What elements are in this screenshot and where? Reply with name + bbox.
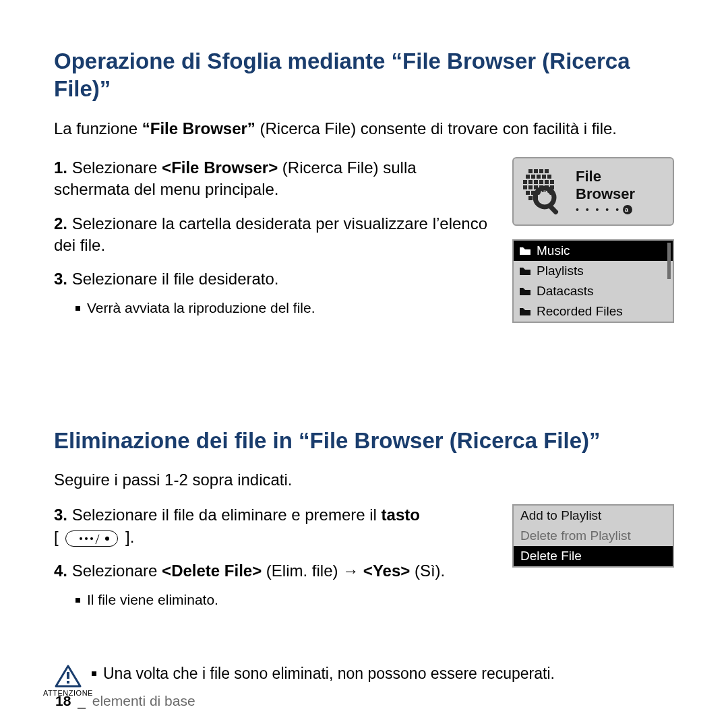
svg-rect-26: [528, 196, 533, 200]
step4-bullet-text: Il file viene eliminato.: [87, 592, 218, 608]
step4-bold2: <Yes>: [363, 562, 410, 580]
step4-post: (Sì).: [410, 562, 445, 580]
svg-point-31: [539, 191, 551, 204]
svg-rect-16: [528, 185, 533, 189]
bullet-icon: [75, 598, 80, 603]
context-menu-item[interactable]: Delete File: [514, 546, 673, 566]
step2-num: 2.: [54, 214, 67, 233]
step4-bullet: Il file viene eliminato.: [75, 592, 493, 608]
nav-dots: • • • • •: [576, 204, 621, 215]
scrollbar: [667, 243, 671, 279]
intro-post: (Ricerca File) consente di trovare con f…: [255, 119, 617, 138]
section1-intro: La funzione “File Browser” (Ricerca File…: [54, 118, 674, 140]
svg-rect-3: [545, 169, 549, 173]
svg-rect-34: [67, 681, 69, 684]
warning-text: Una volta che i file sono eliminati, non…: [103, 665, 555, 683]
folder-icon: [519, 246, 531, 255]
context-menu-item[interactable]: Delete from Playlist: [514, 526, 673, 546]
folder-label: Datacasts: [537, 284, 593, 299]
section1-title: Operazione di Sfoglia mediante “File Bro…: [54, 47, 674, 103]
step1-pre: Selezionare: [67, 158, 162, 177]
step3-text: Selezionare il file desiderato.: [67, 270, 279, 288]
intro-bold: “File Browser”: [142, 119, 255, 138]
step4-num: 4.: [54, 562, 67, 580]
svg-rect-15: [523, 185, 527, 189]
step4-bold1: <Delete File>: [162, 562, 262, 580]
folder-item[interactable]: Music: [514, 241, 673, 261]
file-browser-title: File Browser: [576, 168, 665, 203]
svg-rect-8: [547, 175, 551, 179]
intro-pre: La funzione: [54, 119, 142, 138]
file-browser-dots: • • • • • a: [576, 204, 665, 215]
menu-key-icon: [65, 530, 118, 547]
folder-icon: [519, 307, 531, 316]
folder-label: Recorded Files: [537, 304, 623, 319]
footer-section: elementi di base: [92, 693, 195, 708]
step-4: 4. Selezionare <Delete File> (Elim. file…: [54, 560, 493, 582]
svg-rect-11: [534, 180, 538, 184]
warning-icon: [55, 665, 82, 688]
step3b-pre: Selezionare il file da eliminare e preme…: [67, 506, 382, 524]
step3-bullet: Verrà avviata la riproduzione del file.: [75, 300, 493, 316]
folder-item[interactable]: Datacasts: [514, 281, 673, 301]
svg-rect-21: [526, 191, 530, 195]
bullet-icon: [75, 306, 80, 311]
folder-list: MusicPlaylistsDatacastsRecorded Files: [512, 239, 674, 323]
folder-item[interactable]: Playlists: [514, 261, 673, 281]
page-number: 18: [55, 693, 71, 708]
svg-rect-10: [528, 180, 533, 184]
svg-rect-2: [539, 169, 543, 173]
step-3b: 3. Selezionare il file da eliminare e pr…: [54, 504, 493, 548]
step1-num: 1.: [54, 158, 67, 177]
folder-label: Music: [537, 243, 570, 258]
file-browser-card: File Browser • • • • • a: [512, 157, 674, 226]
section2-intro: Seguire i passi 1‑2 sopra indicati.: [54, 469, 674, 491]
context-menu: Add to PlaylistDelete from PlaylistDelet…: [512, 504, 674, 568]
folder-label: Playlists: [537, 264, 584, 278]
step3b-close: ].: [121, 528, 134, 546]
section2-title: Eliminazione dei file in “File Browser (…: [54, 427, 674, 454]
step-3: 3. Selezionare il file desiderato.: [54, 268, 493, 290]
step3b-num: 3.: [54, 506, 67, 524]
svg-rect-4: [526, 175, 530, 179]
step4-pre: Selezionare: [67, 562, 162, 580]
svg-rect-0: [528, 169, 533, 173]
svg-rect-7: [542, 175, 546, 179]
svg-rect-13: [545, 180, 549, 184]
page-footer: 18 _ elementi di base: [55, 693, 195, 709]
nav-badge-icon: a: [623, 205, 632, 214]
step3b-bold: tasto: [382, 506, 420, 524]
folder-icon: [519, 286, 531, 296]
svg-rect-9: [523, 180, 527, 184]
step4-mid: (Elim. file) →: [262, 562, 363, 580]
bullet-icon: [92, 671, 96, 676]
step3-num: 3.: [54, 270, 67, 288]
svg-rect-33: [67, 672, 69, 679]
step3b-open: [: [54, 528, 63, 546]
svg-rect-12: [539, 180, 543, 184]
context-menu-item[interactable]: Add to Playlist: [514, 506, 673, 526]
svg-rect-14: [550, 180, 554, 184]
step2-text: Selezionare la cartella desiderata per v…: [54, 214, 487, 254]
step3-bullet-text: Verrà avviata la riproduzione del file.: [87, 300, 315, 316]
step-1: 1. Selezionare <File Browser> (Ricerca F…: [54, 157, 493, 201]
step-2: 2. Selezionare la cartella desiderata pe…: [54, 213, 493, 257]
svg-rect-6: [537, 175, 541, 179]
folder-item[interactable]: Recorded Files: [514, 301, 673, 322]
svg-rect-5: [531, 175, 535, 179]
svg-rect-1: [534, 169, 538, 173]
file-browser-icon: [522, 168, 569, 215]
folder-icon: [519, 266, 531, 276]
warning-row: ATTENZIONE Una volta che i file sono eli…: [54, 665, 674, 697]
step1-bold: <File Browser>: [162, 158, 278, 177]
footer-separator: _: [78, 693, 86, 708]
